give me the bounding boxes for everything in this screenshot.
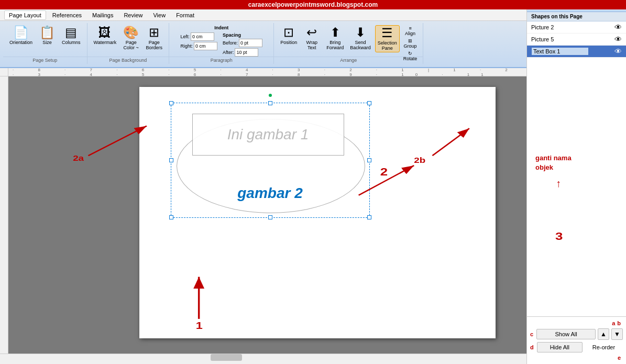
ab-labels: a b xyxy=(530,320,623,326)
size-icon: 📋 xyxy=(39,26,55,39)
before-label: Before: xyxy=(223,40,238,46)
align-icon: ≡ xyxy=(409,26,411,31)
before-spacing-input[interactable] xyxy=(239,39,262,47)
handle-middle-left[interactable] xyxy=(169,158,173,162)
textbox1-visibility-icon[interactable]: 👁 xyxy=(614,47,622,56)
size-button[interactable]: 📋 Size xyxy=(37,25,58,46)
columns-button[interactable]: ▤ Columns xyxy=(60,25,83,46)
position-label: Position xyxy=(280,40,297,45)
after-spacing-row: After: xyxy=(223,48,262,57)
arrow-up-button[interactable]: ▲ xyxy=(598,328,609,340)
ganti-nama-arrow: ↑ xyxy=(527,178,626,190)
document-page: Ini gambar 1 gambar 2 xyxy=(139,87,496,338)
watermark-icon: 🖼 xyxy=(98,26,111,39)
picture5-visibility-icon[interactable]: 👁 xyxy=(614,35,622,43)
menu-mailings[interactable]: Mailings xyxy=(88,11,117,19)
page-color-icon: 🎨 xyxy=(123,26,139,39)
align-button[interactable]: ≡ Align xyxy=(402,25,419,37)
wrap-text-button[interactable]: ↩ WrapText xyxy=(301,25,322,51)
position-icon: ⊡ xyxy=(283,26,294,39)
url-bar: caraexcelpowerpointmsword.blogspot.com xyxy=(0,0,626,9)
right-indent-row: Right: xyxy=(180,42,217,50)
group-button[interactable]: ⊞ Group xyxy=(402,38,419,49)
right-label: Right: xyxy=(180,43,193,49)
selection-pane-icon: ☰ xyxy=(381,27,393,39)
menu-format[interactable]: Format xyxy=(172,11,199,19)
handle-bottom-right[interactable] xyxy=(367,215,371,219)
after-spacing-input[interactable] xyxy=(235,48,258,57)
ganti-nama-annotation: ganti namaobjek xyxy=(527,148,626,178)
indent-heading: Indent xyxy=(214,25,228,30)
pane-item-textbox1[interactable]: 👁 xyxy=(527,46,626,58)
gambar2-text: gambar 2 xyxy=(237,185,303,202)
vertical-ruler xyxy=(0,76,8,354)
menu-page-layout[interactable]: Page Layout xyxy=(4,10,46,20)
watermark-label: Watermark xyxy=(94,40,117,45)
paragraph-fields: Left: Right: Spacing Before: After: xyxy=(180,31,262,58)
right-indent-input[interactable] xyxy=(194,42,217,50)
columns-icon: ▤ xyxy=(65,26,77,39)
bring-forward-button[interactable]: ⬆ BringForward xyxy=(324,25,346,51)
send-backward-button[interactable]: ⬇ SendBackward xyxy=(348,25,373,51)
pane-spacer xyxy=(527,190,626,316)
rotate-icon: ↻ xyxy=(408,51,412,56)
bring-forward-label: BringForward xyxy=(326,40,344,50)
textbox-inner: Ini gambar 1 xyxy=(192,114,344,156)
selected-object[interactable]: Ini gambar 1 gambar 2 xyxy=(171,103,370,218)
orientation-icon: 📄 xyxy=(13,26,29,39)
show-hide-row: c Show All ▲ ▼ xyxy=(530,328,623,340)
selection-pane-button[interactable]: ☰ SelectionPane xyxy=(375,25,400,52)
textbox1-name-input[interactable] xyxy=(531,47,589,56)
handle-top-center[interactable] xyxy=(268,101,272,105)
after-label: After: xyxy=(223,50,234,55)
bring-forward-icon: ⬆ xyxy=(330,26,341,39)
selection-pane-label: SelectionPane xyxy=(378,40,397,51)
page-borders-label: PageBorders xyxy=(146,40,162,50)
pane-item-picture2[interactable]: Picture 2 👁 xyxy=(527,21,626,34)
handle-top-right[interactable] xyxy=(367,101,371,105)
paragraph-label: Paragraph xyxy=(169,57,273,63)
page-borders-icon: ⊞ xyxy=(149,26,159,39)
page-borders-button[interactable]: ⊞ PageBorders xyxy=(144,25,164,51)
menu-references[interactable]: References xyxy=(48,11,86,19)
horizontal-scrollbar[interactable] xyxy=(0,354,526,361)
svg-line-3 xyxy=(89,126,147,156)
page-bg-label: Page Background xyxy=(87,57,169,63)
menu-view[interactable]: View xyxy=(149,11,170,19)
page-color-button[interactable]: 🎨 PageColor ~ xyxy=(120,25,141,51)
reorder-label: Re-order xyxy=(585,344,623,350)
page-setup-label: Page Setup xyxy=(3,57,87,63)
left-label: Left: xyxy=(180,34,190,39)
handle-bottom-left[interactable] xyxy=(169,215,173,219)
indent-section: Left: Right: xyxy=(180,31,217,58)
handle-top-left[interactable] xyxy=(169,101,173,105)
pane-item-picture5[interactable]: Picture 5 👁 xyxy=(527,34,626,46)
handle-middle-right[interactable] xyxy=(367,158,371,162)
ribbon-group-arrange: ⊡ Position ↩ WrapText ⬆ BringForward ⬇ S… xyxy=(274,23,423,64)
position-button[interactable]: ⊡ Position xyxy=(278,25,299,46)
picture5-label: Picture 5 xyxy=(531,36,554,42)
left-indent-row: Left: xyxy=(180,32,217,41)
menu-review[interactable]: Review xyxy=(119,11,147,19)
picture2-label: Picture 2 xyxy=(531,24,554,30)
svg-text:2a: 2a xyxy=(73,153,84,162)
orientation-label: Orientation xyxy=(9,40,32,45)
wrap-text-icon: ↩ xyxy=(306,26,317,39)
gambar1-text: Ini gambar 1 xyxy=(227,126,309,143)
show-all-button[interactable]: Show All xyxy=(536,329,596,339)
handle-bottom-center[interactable] xyxy=(268,215,272,219)
pane-subheader: Shapes on this Page xyxy=(527,12,626,21)
arrow-down-button[interactable]: ▼ xyxy=(611,328,623,340)
picture2-visibility-icon[interactable]: 👁 xyxy=(614,23,622,31)
handle-rotate[interactable] xyxy=(268,93,273,98)
scrollbar-thumb-h[interactable] xyxy=(211,354,242,361)
label-e: e xyxy=(530,355,623,361)
pane-items-list: Picture 2 👁 Picture 5 👁 👁 xyxy=(527,21,626,148)
send-backward-icon: ⬇ xyxy=(355,26,366,39)
pane-subheader-text: Shapes on this Page xyxy=(531,14,583,19)
left-indent-input[interactable] xyxy=(191,32,214,41)
ruler-numbers: · 8 · 7 · 6 · 5 · 4 · 3 · 2 · 1 | 1 · 2 … xyxy=(13,68,535,76)
hide-all-button[interactable]: Hide All xyxy=(537,342,583,352)
orientation-button[interactable]: 📄 Orientation xyxy=(7,25,35,46)
watermark-button[interactable]: 🖼 Watermark xyxy=(92,25,119,46)
